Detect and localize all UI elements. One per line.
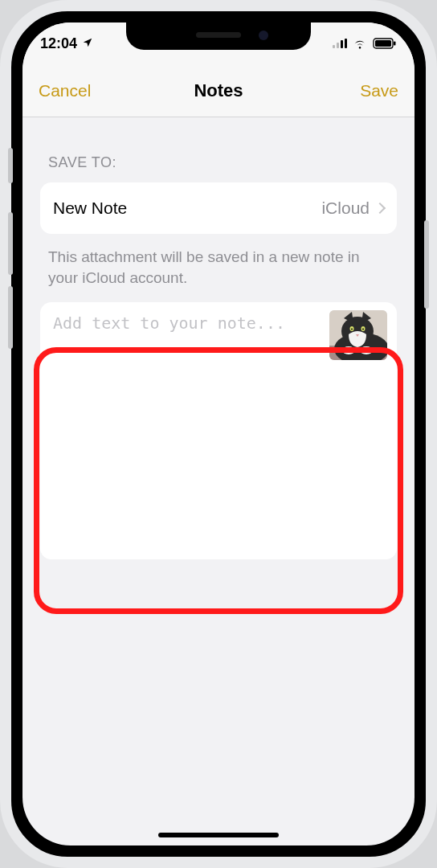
svg-rect-2 [394,42,396,46]
destination-hint: This attachment will be saved in a new n… [48,247,389,288]
location-arrow-icon [82,35,93,52]
chevron-right-icon [374,203,386,214]
save-button[interactable]: Save [360,81,398,100]
wifi-icon [352,38,368,49]
svg-point-8 [360,346,373,354]
svg-rect-1 [375,40,391,47]
destination-account: iCloud [321,199,370,218]
svg-point-11 [351,329,353,330]
cellular-signal-icon [333,39,347,48]
attachment-thumbnail[interactable] [329,310,387,360]
destination-row[interactable]: New Note iCloud [40,182,397,234]
note-compose-area[interactable] [40,302,397,559]
svg-point-7 [342,346,355,354]
home-indicator[interactable] [158,833,279,837]
device-notch [126,23,311,50]
nav-bar: Cancel Notes Save [22,64,415,117]
destination-title: New Note [53,199,127,218]
share-sheet-content: SAVE TO: New Note iCloud This attachment… [22,117,415,845]
status-time: 12:04 [40,35,77,52]
svg-point-12 [362,329,364,330]
cancel-button[interactable]: Cancel [39,81,91,100]
battery-icon [373,38,397,49]
section-label: SAVE TO: [48,154,397,171]
